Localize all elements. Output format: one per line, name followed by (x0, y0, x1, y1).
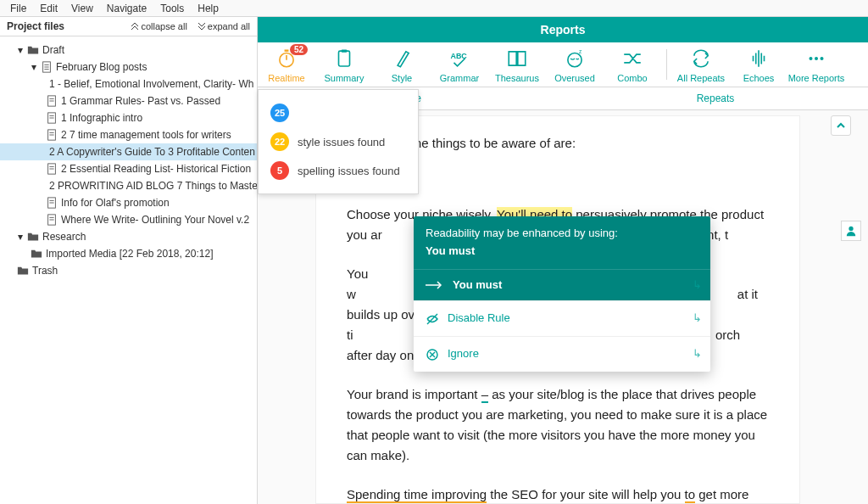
document-icon (46, 197, 58, 209)
menu-help[interactable]: Help (191, 1, 225, 16)
tree-feb-folder[interactable]: ▾ February Blog posts (0, 59, 257, 76)
tree-doc[interactable]: Where We Write- Outlining Your Novel v.2 (0, 211, 257, 228)
document-icon (46, 112, 58, 124)
menu-tools[interactable]: Tools (153, 1, 191, 16)
underlined-text[interactable]: to (685, 487, 696, 503)
reports-header: Reports (258, 17, 868, 42)
menu-edit[interactable]: Edit (33, 1, 64, 16)
tool-combo[interactable]: Combo (604, 42, 661, 87)
issue-grammar-row[interactable]: 25 (259, 98, 418, 127)
menu-navigate[interactable]: Navigate (100, 1, 153, 16)
text: Your brand is important (347, 387, 481, 401)
tree-label: 1 - Belief, Emotional Involvement, Clari… (49, 76, 253, 92)
tree-trash-folder[interactable]: Trash (0, 262, 257, 279)
person-icon (845, 225, 857, 237)
tree-label: 2 A Copywriter's Guide To 3 Profitable C… (49, 144, 255, 160)
tool-summary[interactable]: Summary (315, 42, 373, 87)
tool-all-repeats[interactable]: All Repeats (672, 42, 730, 87)
text: the SEO for your site will help you (487, 487, 684, 501)
text: You w (347, 266, 368, 301)
document-icon (41, 61, 53, 73)
tool-label: Summary (315, 73, 373, 83)
popup-header: Readability may be enhanced by using: Yo… (414, 216, 710, 269)
menu-file[interactable]: File (3, 1, 33, 16)
tree-label: Info for Olaf's promotion (61, 195, 170, 210)
count-badge: 5 (270, 161, 289, 180)
tool-label: All Repeats (672, 73, 730, 83)
issue-style-row[interactable]: 22 style issues found (259, 127, 418, 156)
reports-title: Reports (541, 23, 586, 36)
tree-doc[interactable]: 1 - Belief, Emotional Involvement, Clari… (0, 76, 257, 92)
tree-doc[interactable]: 1 Infographic intro (0, 109, 257, 126)
tree-research-folder[interactable]: ▾ Research (0, 228, 257, 245)
tree-doc[interactable]: 1 Grammar Rules- Past vs. Passed (0, 92, 257, 109)
collapse-label: collapse all (141, 21, 186, 31)
tree-label: Research (42, 229, 86, 244)
popup-ignore[interactable]: Ignore ↳ (414, 336, 710, 372)
folder-icon (31, 248, 42, 260)
tool-label: More Reports (787, 73, 845, 83)
tree-doc-selected[interactable]: 2 A Copywriter's Guide To 3 Profitable C… (0, 143, 257, 160)
popup-disable-rule[interactable]: Disable Rule ↳ (414, 300, 710, 336)
popup-label: Disable Rule (448, 310, 510, 328)
tool-thesaurus[interactable]: Thesaurus (488, 42, 546, 87)
scroll-up-button[interactable] (831, 115, 851, 136)
abc-check-icon: ABC (448, 48, 470, 70)
underlined-text[interactable]: Spending time improving (347, 487, 487, 503)
svg-point-42 (849, 227, 853, 231)
issue-spelling-row[interactable]: 5 spelling issues found (259, 156, 418, 185)
chevron-up-icon (836, 120, 846, 131)
underlined-text[interactable]: – (481, 387, 488, 403)
count-badge: 22 (270, 132, 289, 151)
tree-doc[interactable]: 2 7 time management tools for writers (0, 126, 257, 143)
document-icon (46, 129, 58, 141)
popup-apply-suggestion[interactable]: You must ↳ (414, 269, 710, 301)
svg-point-39 (809, 57, 812, 60)
tree-label: 1 Grammar Rules- Past vs. Passed (61, 93, 220, 109)
book-icon (506, 48, 528, 70)
tool-label: Style (373, 73, 431, 83)
expand-icon (198, 22, 206, 31)
reports-toolbar: 52 Realtime Summary Style ABC Grammar Th… (258, 42, 868, 87)
tool-label: Echoes (730, 73, 787, 83)
soundwave-icon (748, 48, 770, 70)
svg-rect-35 (342, 49, 348, 52)
caret-icon: ▾ (17, 42, 24, 58)
profile-button[interactable] (841, 221, 861, 241)
expand-label: expand all (208, 21, 250, 31)
menu-view[interactable]: View (64, 1, 100, 16)
tool-style[interactable]: Style (373, 42, 431, 87)
collapse-icon (131, 22, 139, 31)
tree-label: 2 PROWRITING AID BLOG 7 Things to Master (49, 178, 257, 193)
collapse-all-button[interactable]: collapse all (131, 21, 186, 31)
tree-draft-folder[interactable]: ▾ Draft (0, 42, 257, 59)
tree-doc[interactable]: Info for Olaf's promotion (0, 194, 257, 211)
submenu-arrow-icon: ↳ (693, 277, 702, 294)
folder-icon (17, 265, 29, 277)
tree-imported-folder[interactable]: Imported Media [22 Feb 2018, 20:12] (0, 245, 257, 262)
tree-doc[interactable]: 2 PROWRITING AID BLOG 7 Things to Master (0, 177, 257, 194)
suggestion-text: You must (453, 277, 502, 294)
tool-overused[interactable]: z Overused (546, 42, 604, 87)
issue-label: spelling issues found (298, 165, 400, 177)
subtab-repeats[interactable]: Repeats (563, 87, 868, 109)
tree-label: February Blog posts (56, 59, 147, 75)
svg-point-37 (568, 53, 581, 67)
expand-all-button[interactable]: expand all (198, 21, 250, 31)
caret-icon: ▾ (31, 59, 37, 75)
tool-grammar[interactable]: ABC Grammar (431, 42, 488, 87)
svg-text:z: z (579, 48, 582, 54)
tree-label: Imported Media [22 Feb 2018, 20:12] (46, 246, 213, 261)
tool-echoes[interactable]: Echoes (730, 42, 787, 87)
document-icon (46, 95, 58, 107)
tree-doc[interactable]: 2 Essential Reading List- Historical Fic… (0, 160, 257, 177)
document-icon (46, 163, 58, 175)
tree-label: 2 Essential Reading List- Historical Fic… (61, 161, 251, 176)
tool-realtime[interactable]: 52 Realtime (258, 42, 315, 87)
svg-rect-34 (339, 51, 350, 66)
tool-more-reports[interactable]: More Reports (787, 42, 845, 87)
repeat-icon (690, 48, 712, 70)
tree-label: Where We Write- Outlining Your Novel v.2 (61, 212, 249, 227)
popup-subtitle: You must (426, 243, 698, 260)
submenu-arrow-icon: ↳ (693, 345, 702, 363)
